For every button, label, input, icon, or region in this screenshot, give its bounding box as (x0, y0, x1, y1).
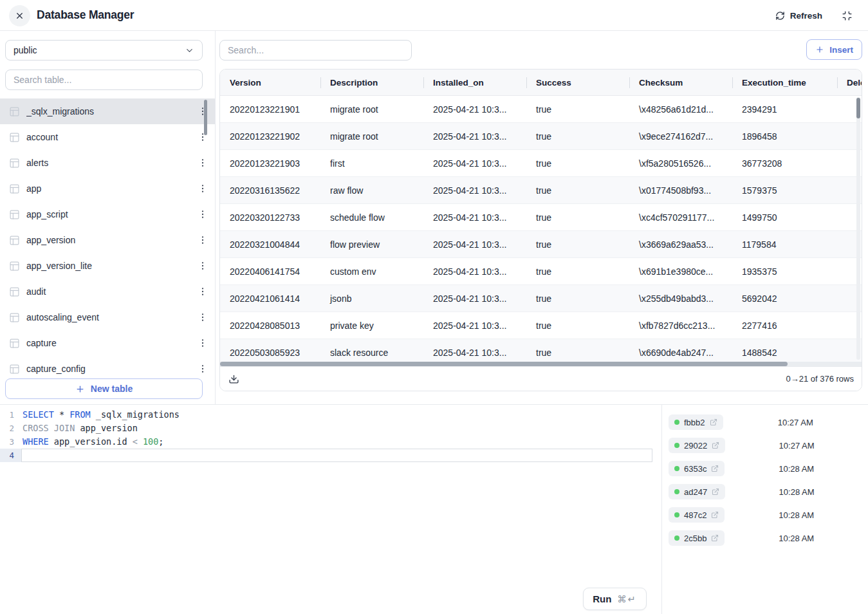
column-header-version: Version (220, 70, 320, 95)
sidebar-scrollbar-thumb[interactable] (204, 100, 207, 135)
table-options-button[interactable] (194, 309, 211, 326)
sql-token: WHERE (23, 436, 49, 447)
sidebar-item-app[interactable]: app (0, 176, 215, 201)
table-options-button[interactable] (194, 129, 211, 145)
schema-select[interactable]: public (5, 40, 203, 60)
table-cell: 2277416 (732, 312, 837, 339)
editor-line: 1SELECT * FROM _sqlx_migrations (0, 408, 661, 422)
table-vertical-scrollbar[interactable] (856, 97, 860, 360)
sql-editor-lines: 1SELECT * FROM _sqlx_migrations2CROSS JO… (0, 405, 661, 462)
table-cell: 2025-04-21 10:3... (423, 231, 526, 257)
rows-search-input[interactable] (219, 40, 412, 60)
history-job-chip[interactable]: fbbb2 (669, 414, 723, 430)
history-job-chip[interactable]: 2c5bb (669, 530, 725, 546)
refresh-button[interactable]: Refresh (775, 8, 822, 23)
download-button[interactable] (228, 373, 241, 386)
table-row[interactable]: 20220321004844flow preview2025-04-21 10:… (220, 231, 862, 258)
sidebar-item-capture[interactable]: capture (0, 330, 215, 356)
table-cell: raw flow (320, 177, 423, 203)
external-link-icon (710, 418, 717, 426)
minimize-button[interactable] (842, 10, 853, 21)
sidebar-item-label: app_script (26, 209, 194, 219)
history-row: fbbb210:27 AM (662, 411, 868, 434)
table-row[interactable]: 20220320122733schedule flow2025-04-21 10… (220, 204, 862, 231)
job-timestamp: 10:27 AM (723, 418, 868, 427)
table-options-button[interactable] (194, 154, 211, 171)
sidebar-item-app_version_lite[interactable]: app_version_lite (0, 253, 215, 279)
close-icon (15, 11, 24, 21)
table-row[interactable]: 20220421061414jsonb2025-04-21 10:3...tru… (220, 285, 862, 312)
download-icon (228, 373, 239, 384)
close-button[interactable] (9, 5, 30, 26)
table-cell: true (526, 285, 629, 312)
sidebar-item-app_version[interactable]: app_version (0, 227, 215, 253)
table-cell: 20220123221903 (220, 150, 320, 176)
table-options-button[interactable] (194, 206, 211, 223)
sql-token: FROM (69, 409, 91, 420)
table-icon-wrap (9, 312, 20, 323)
table-cell: true (526, 312, 629, 339)
table-cell: 20220123221901 (220, 96, 320, 122)
table-options-button[interactable] (194, 232, 211, 248)
open-job-link[interactable] (712, 488, 719, 496)
table-options-button[interactable] (194, 335, 211, 351)
editor-line: 4 (0, 449, 661, 462)
sidebar-item-_sqlx_migrations[interactable]: _sqlx_migrations (0, 98, 215, 124)
insert-button[interactable]: Insert (806, 39, 862, 60)
sidebar-item-alerts[interactable]: alerts (0, 150, 215, 176)
open-job-link[interactable] (710, 418, 717, 426)
table-row[interactable]: 20220123221902migrate root2025-04-21 10:… (220, 123, 862, 150)
history-job-chip[interactable]: ad247 (669, 484, 725, 499)
table-options-button[interactable] (194, 360, 211, 377)
sql-token (54, 409, 59, 420)
table-icon-wrap (9, 209, 20, 220)
status-dot (674, 512, 679, 517)
table-horizontal-scrollbar[interactable] (220, 362, 862, 366)
sidebar-item-capture_config[interactable]: capture_config (0, 356, 215, 379)
sidebar-item-app_script[interactable]: app_script (0, 201, 215, 227)
open-job-link[interactable] (711, 511, 719, 519)
sql-token: < (133, 436, 138, 447)
column-header-success: Success (526, 70, 629, 95)
history-job-chip[interactable]: 6353c (669, 461, 725, 476)
sql-token: ; (158, 436, 163, 447)
table-options-button[interactable] (194, 283, 211, 300)
table-options-button[interactable] (194, 257, 211, 274)
table-cell: true (526, 258, 629, 284)
history-job-chip[interactable]: 487c2 (669, 507, 725, 523)
table-cell: \xfb7827d6cc213... (629, 312, 732, 339)
table-search-input[interactable] (5, 70, 203, 90)
sql-editor[interactable]: 1SELECT * FROM _sqlx_migrations2CROSS JO… (0, 405, 661, 614)
sidebar-item-audit[interactable]: audit (0, 279, 215, 304)
table-cell: 20220428085013 (220, 312, 320, 339)
table-vertical-scrollbar-thumb[interactable] (856, 98, 860, 118)
history-job-chip[interactable]: 29022 (669, 438, 725, 453)
table-row[interactable]: 20220428085013private key2025-04-21 10:3… (220, 312, 862, 339)
table-horizontal-scrollbar-thumb[interactable] (220, 362, 788, 366)
kebab-menu-icon (198, 364, 208, 374)
new-table-button[interactable]: New table (5, 378, 203, 399)
open-job-link[interactable] (711, 465, 719, 472)
job-id: fbbb2 (684, 418, 705, 427)
table-cell: 20220406141754 (220, 258, 320, 284)
open-job-link[interactable] (711, 534, 719, 542)
table-row[interactable]: 20220406141754custom env2025-04-21 10:3.… (220, 258, 862, 285)
table-options-button[interactable] (194, 103, 211, 120)
table-row[interactable]: 20220316135622raw flow2025-04-21 10:3...… (220, 177, 862, 204)
table-options-button[interactable] (194, 180, 211, 197)
sidebar-item-label: audit (26, 286, 194, 297)
sql-token: _sqlx_migrations (91, 409, 180, 420)
sql-token (138, 436, 143, 447)
table-icon (9, 235, 20, 246)
run-button[interactable]: Run ⌘↵ (583, 588, 647, 610)
open-job-link[interactable] (712, 442, 719, 449)
editor-line: 2CROSS JOIN app_version (0, 422, 661, 435)
history-row: 2c5bb10:28 AM (662, 526, 868, 550)
table-cell: 20220421061414 (220, 285, 320, 312)
sidebar-item-autoscaling_event[interactable]: autoscaling_event (0, 304, 215, 330)
sidebar-item-account[interactable]: account (0, 124, 215, 150)
table-row[interactable]: 20220123221901migrate root2025-04-21 10:… (220, 96, 862, 123)
job-id: 2c5bb (684, 534, 706, 543)
table-row[interactable]: 20220123221903first2025-04-21 10:3...tru… (220, 150, 862, 177)
table-cell: schedule flow (320, 204, 423, 230)
